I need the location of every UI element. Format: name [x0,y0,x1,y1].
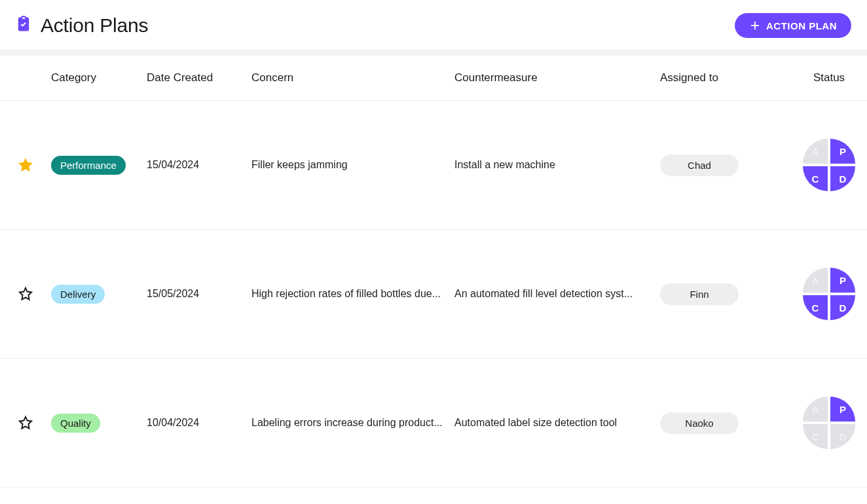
concern-cell: Filler keeps jamming [251,159,454,171]
col-category: Category [51,71,147,84]
header-left: Action Plans [14,14,148,37]
col-status: Status [791,71,867,84]
category-badge: Delivery [51,285,105,304]
page-title: Action Plans [41,14,148,37]
pdca-d[interactable]: D [830,166,855,191]
new-action-plan-button[interactable]: ACTION PLAN [735,13,851,38]
category-cell: Delivery [51,285,147,304]
assignee-chip[interactable]: Naoko [660,412,739,434]
category-cell: Performance [51,156,147,175]
pdca-a[interactable]: A [803,139,828,164]
countermeasure-cell: An automated fill level detection syst..… [454,288,660,300]
plus-icon [749,20,761,31]
countermeasure-cell: Automated label size detection tool [454,417,660,429]
pdca-a[interactable]: A [803,397,828,422]
star-icon[interactable] [17,156,34,173]
pdca-a[interactable]: A [803,268,828,293]
pdca-c[interactable]: C [803,295,828,320]
status-cell: APCD [791,268,867,320]
pdca-wheel[interactable]: APCD [803,139,855,191]
star-cell [0,285,51,302]
pdca-d[interactable]: D [830,295,855,320]
pdca-c[interactable]: C [803,424,828,449]
assignee-chip[interactable]: Chad [660,154,739,176]
category-cell: Quality [51,414,147,433]
table-row[interactable]: Delivery15/05/2024High rejection rates o… [0,230,867,359]
star-icon[interactable] [17,285,34,302]
date-cell: 15/05/2024 [147,288,251,300]
date-cell: 10/04/2024 [147,417,251,429]
pdca-p[interactable]: P [830,397,855,422]
status-cell: APCD [791,397,867,449]
assignee-cell: Naoko [660,412,791,434]
assignee-cell: Finn [660,283,791,305]
assignee-cell: Chad [660,154,791,176]
status-cell: APCD [791,139,867,191]
star-cell [0,414,51,431]
date-cell: 15/04/2024 [147,159,251,171]
col-concern: Concern [251,71,454,84]
pdca-wheel[interactable]: APCD [803,268,855,320]
pdca-p[interactable]: P [830,139,855,164]
table-row[interactable]: Performance15/04/2024Filler keeps jammin… [0,101,867,230]
pdca-wheel[interactable]: APCD [803,397,855,449]
table-row[interactable]: Quality10/04/2024Labeling errors increas… [0,359,867,488]
pdca-c[interactable]: C [803,166,828,191]
concern-cell: High rejection rates of filled bottles d… [251,288,454,300]
col-countermeasure: Countermeasure [454,71,660,84]
table-header-row: Category Date Created Concern Countermea… [0,56,867,101]
page-header: Action Plans ACTION PLAN [0,0,867,50]
divider-band [0,50,867,56]
category-badge: Performance [51,156,126,175]
table-body: Performance15/04/2024Filler keeps jammin… [0,101,867,488]
category-badge: Quality [51,414,100,433]
clipboard-check-icon [14,15,33,33]
star-cell [0,156,51,173]
concern-cell: Labeling errors increase during product.… [251,417,454,429]
star-icon[interactable] [17,414,34,431]
countermeasure-cell: Install a new machine [454,159,660,171]
new-action-plan-label: ACTION PLAN [766,20,837,31]
pdca-d[interactable]: D [830,424,855,449]
col-assigned-to: Assigned to [660,71,791,84]
assignee-chip[interactable]: Finn [660,283,739,305]
pdca-p[interactable]: P [830,268,855,293]
col-date-created: Date Created [147,71,251,84]
